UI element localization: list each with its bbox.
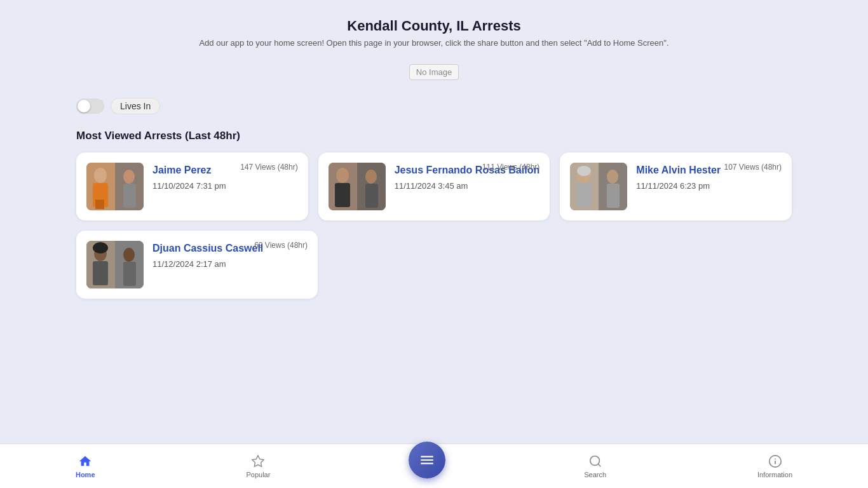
svg-point-28	[590, 456, 599, 466]
svg-rect-24	[93, 261, 108, 285]
svg-line-29	[598, 464, 600, 466]
nav-home[interactable]: Home	[63, 449, 108, 484]
no-image-container: No Image	[0, 64, 868, 80]
mugshot-3	[570, 163, 627, 210]
arrest-card-1[interactable]: 147 Views (48hr) Jaime Perez 11/10/2024 …	[76, 152, 308, 220]
header-subtitle: Add our app to your home screen! Open th…	[13, 38, 855, 48]
svg-rect-11	[335, 183, 350, 207]
card-date-2: 11/11/2024 3:45 am	[395, 181, 540, 191]
svg-point-6	[123, 170, 135, 184]
svg-point-12	[365, 170, 377, 184]
card-views-3: 107 Views (48hr)	[724, 163, 782, 172]
svg-rect-20	[607, 184, 620, 208]
nav-search-label: Search	[584, 471, 606, 478]
mugshot-1	[86, 163, 144, 210]
card-date-3: 11/11/2024 6:23 pm	[636, 181, 782, 191]
information-icon	[768, 454, 783, 469]
lives-in-label: Lives In	[111, 98, 160, 114]
cards-row-1: 147 Views (48hr) Jaime Perez 11/10/2024 …	[0, 152, 868, 220]
nav-home-label: Home	[76, 471, 95, 478]
nav-information[interactable]: Information	[745, 449, 805, 484]
bottom-nav: Home Popular Search	[0, 444, 868, 488]
card-date-1: 11/10/2024 7:31 pm	[153, 181, 298, 191]
card-views-2: 111 Views (48hr)	[482, 163, 540, 172]
fab-button[interactable]	[409, 442, 445, 478]
mugshot-4	[86, 241, 144, 288]
header: Kendall County, IL Arrests Add our app t…	[0, 0, 868, 58]
filter-row: Lives In	[0, 93, 868, 119]
card-info-2: 111 Views (48hr) Jesus Fernando Rosas Ba…	[395, 163, 540, 191]
card-date-4: 11/12/2024 2:17 am	[153, 259, 308, 269]
svg-point-18	[577, 166, 591, 176]
svg-rect-27	[123, 262, 136, 286]
card-info-1: 147 Views (48hr) Jaime Perez 11/10/2024 …	[153, 163, 298, 191]
arrest-card-2[interactable]: 111 Views (48hr) Jesus Fernando Rosas Ba…	[318, 152, 550, 220]
no-image-label: No Image	[409, 64, 459, 80]
page-title: Kendall County, IL Arrests	[13, 18, 855, 34]
home-icon	[78, 454, 93, 469]
nav-search[interactable]: Search	[571, 449, 619, 484]
svg-rect-17	[576, 183, 592, 207]
arrest-card-3[interactable]: 107 Views (48hr) Mike Alvin Hester 11/11…	[560, 152, 792, 220]
card-views-4: 62 Views (48hr)	[254, 241, 308, 250]
popular-icon	[250, 454, 266, 469]
svg-point-2	[94, 168, 107, 183]
section-title: Most Viewed Arrests (Last 48hr)	[0, 130, 868, 142]
svg-point-26	[123, 248, 135, 262]
svg-point-10	[336, 168, 349, 183]
card-info-4: 62 Views (48hr) Djuan Cassius Caswell 11…	[153, 241, 308, 269]
search-icon	[588, 454, 603, 469]
nav-popular-label: Popular	[246, 471, 270, 478]
card-views-1: 147 Views (48hr)	[240, 163, 298, 172]
svg-rect-4	[95, 200, 100, 209]
card-info-3: 107 Views (48hr) Mike Alvin Hester 11/11…	[636, 163, 782, 191]
svg-rect-5	[100, 200, 104, 209]
nav-popular[interactable]: Popular	[233, 449, 283, 484]
mugshot-2	[329, 163, 386, 210]
svg-point-25	[93, 242, 108, 254]
svg-rect-7	[123, 184, 136, 208]
svg-point-19	[607, 170, 618, 184]
arrest-card-4[interactable]: 62 Views (48hr) Djuan Cassius Caswell 11…	[76, 231, 318, 299]
nav-information-label: Information	[757, 471, 792, 478]
svg-rect-13	[365, 184, 378, 208]
lives-in-toggle[interactable]	[76, 98, 104, 114]
cards-row-2: 62 Views (48hr) Djuan Cassius Caswell 11…	[0, 231, 868, 299]
page-wrapper: Kendall County, IL Arrests Add our app t…	[0, 0, 868, 360]
